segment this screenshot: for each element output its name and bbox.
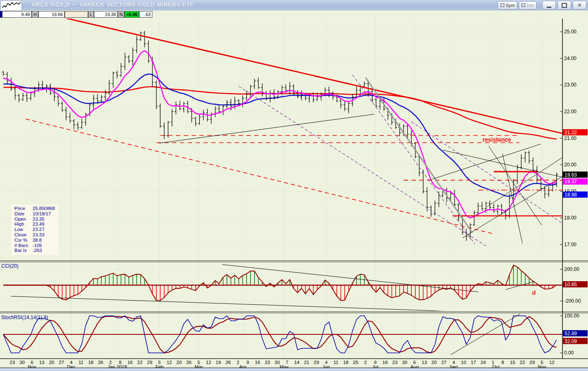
- svg-text:15: 15: [510, 360, 515, 365]
- svg-text:24.00: 24.00: [564, 56, 576, 61]
- svg-text:11: 11: [79, 360, 84, 365]
- info-row: Date10/18/17: [14, 211, 55, 217]
- chart-icon: [0, 0, 22, 11]
- stochrsi-panel-label: StochRSI(14,14(1),9): [1, 315, 48, 320]
- svg-text:20: 20: [177, 360, 182, 365]
- restore-button[interactable]: [558, 1, 571, 9]
- restore-icon: [562, 3, 567, 8]
- chart-canvas[interactable]: 25.0024.0023.0022.0021.0020.0019.0018.00…: [0, 0, 588, 371]
- window-title: ARCX:GDX,D — VANECK VECTORS GOLD MINERS …: [31, 1, 194, 8]
- svg-text:200.00: 200.00: [564, 266, 579, 272]
- svg-text:22: 22: [137, 360, 142, 365]
- quote-open-value: 9.49: [2, 11, 32, 18]
- svg-text:16: 16: [127, 360, 133, 365]
- svg-text:8: 8: [502, 360, 504, 365]
- svg-text:12: 12: [206, 360, 211, 365]
- svg-text:11: 11: [334, 360, 338, 365]
- svg-text:12: 12: [549, 360, 555, 365]
- d-annotation: d: [532, 289, 536, 296]
- info-row: Open23.35: [14, 217, 55, 222]
- svg-text:18: 18: [343, 360, 348, 365]
- svg-text:18.88: 18.88: [565, 192, 577, 198]
- svg-text:16: 16: [383, 360, 388, 365]
- svg-text:23: 23: [392, 360, 398, 365]
- svg-text:29: 29: [314, 360, 319, 365]
- svg-text:10.65: 10.65: [565, 282, 577, 287]
- sym-button-icon: [500, 3, 504, 7]
- quote-low-label: L: [88, 11, 94, 18]
- info-row: Low23.27: [14, 227, 55, 232]
- quote-bar: 9.49 H 19.66 L 19.36 N +0.06 .63: [0, 11, 152, 18]
- svg-text:2: 2: [364, 360, 366, 365]
- resistance-label: resistance: [483, 136, 511, 143]
- svg-text:23: 23: [10, 360, 15, 365]
- quote-spacer: [65, 11, 88, 18]
- svg-text:30: 30: [275, 360, 280, 365]
- svg-text:17: 17: [471, 360, 476, 365]
- svg-text:13: 13: [422, 360, 427, 365]
- svg-text:22: 22: [520, 360, 525, 365]
- svg-text:17.00: 17.00: [564, 242, 576, 247]
- info-row: Price25.850868: [14, 206, 55, 211]
- svg-text:25: 25: [353, 360, 358, 365]
- svg-text:100.00: 100.00: [564, 313, 579, 319]
- svg-text:29: 29: [147, 360, 152, 365]
- intv-button-label: Intv: [527, 3, 534, 8]
- data-window: Price25.850868Date10/18/17Open23.35High2…: [11, 205, 58, 255]
- svg-text:21: 21: [304, 360, 309, 365]
- svg-text:23: 23: [265, 360, 270, 365]
- svg-text:20: 20: [432, 360, 437, 365]
- svg-text:20: 20: [49, 360, 54, 365]
- info-row: Csr %38.8: [14, 238, 55, 243]
- svg-text:30: 30: [19, 360, 25, 365]
- svg-text:25.00: 25.00: [564, 29, 576, 35]
- svg-text:27: 27: [59, 360, 64, 365]
- svg-text:26: 26: [98, 360, 103, 365]
- svg-text:-200.00: -200.00: [564, 298, 581, 304]
- svg-text:19.37: 19.37: [565, 179, 577, 184]
- quote-net-label: N: [118, 11, 124, 18]
- app-window: 25.0024.0023.0022.0021.0020.0019.0018.00…: [0, 0, 588, 371]
- info-row: # Bars-105: [14, 243, 55, 248]
- svg-text:0.00: 0.00: [564, 350, 574, 356]
- svg-text:14: 14: [294, 360, 299, 365]
- svg-text:12: 12: [167, 360, 172, 365]
- sym-button[interactable]: Sym: [498, 1, 517, 9]
- svg-text:32.09: 32.09: [565, 338, 577, 344]
- svg-text:21.00: 21.00: [564, 135, 576, 141]
- minimize-button[interactable]: [542, 1, 556, 9]
- minimize-icon: [547, 7, 551, 8]
- window-bottom-border: [0, 368, 588, 371]
- svg-text:18: 18: [88, 360, 93, 365]
- quote-high-label: H: [32, 11, 38, 18]
- quote-net-change: +0.06: [124, 11, 139, 18]
- svg-text:19: 19: [216, 360, 221, 365]
- svg-text:29: 29: [530, 360, 535, 365]
- svg-text:23.00: 23.00: [564, 82, 576, 88]
- svg-text:26: 26: [186, 360, 191, 365]
- svg-text:52.89: 52.89: [565, 331, 577, 336]
- svg-text:27: 27: [441, 360, 447, 365]
- sym-button-label: Sym: [506, 3, 515, 8]
- quote-last-value: .63: [139, 11, 152, 18]
- svg-text:26: 26: [226, 360, 231, 365]
- svg-text:30: 30: [402, 360, 407, 365]
- info-row: Close23.33: [14, 232, 55, 238]
- svg-text:24: 24: [481, 360, 486, 365]
- close-button[interactable]: ✕: [573, 1, 586, 9]
- title-bar[interactable]: ARCX:GDX,D — VANECK VECTORS GOLD MINERS …: [0, 0, 588, 10]
- intv-button[interactable]: Intv: [519, 1, 537, 9]
- svg-text:18.00: 18.00: [564, 215, 576, 221]
- svg-text:16: 16: [255, 360, 260, 365]
- svg-text:19.63: 19.63: [565, 172, 577, 178]
- info-row: Bar Ix-263: [14, 248, 55, 253]
- quote-low-value: 19.36: [94, 11, 118, 18]
- intv-button-icon: [521, 3, 525, 7]
- svg-text:10: 10: [461, 360, 466, 365]
- svg-text:21.22: 21.22: [565, 130, 577, 135]
- info-row: High23.49: [14, 222, 55, 227]
- quote-high-value: 19.66: [38, 11, 65, 18]
- svg-text:9: 9: [246, 360, 249, 365]
- svg-text:22.00: 22.00: [564, 109, 576, 114]
- cci-panel-label: CCI(20): [1, 263, 19, 269]
